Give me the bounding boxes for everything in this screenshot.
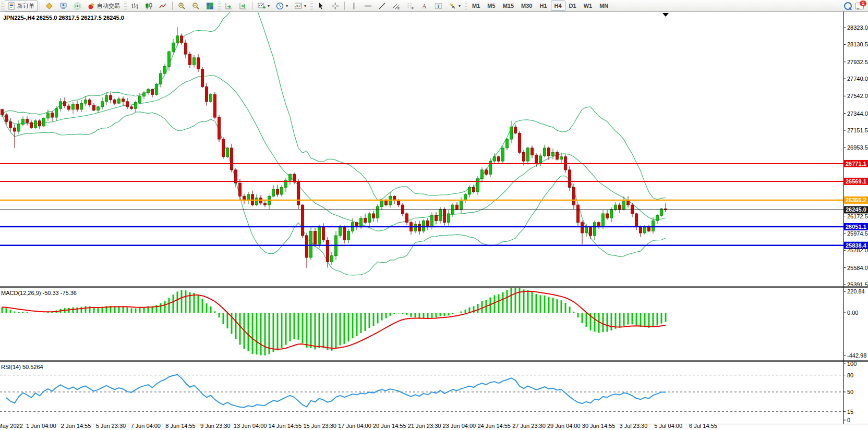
- crosshair-icon[interactable]: [328, 0, 342, 11]
- price-tick-label: 25782.0: [847, 247, 868, 253]
- fibonacci-icon: F: [406, 2, 414, 10]
- price-badge-label: 26771.1: [846, 161, 866, 167]
- notification-badge: 1: [860, 1, 866, 6]
- cursor-icon: [317, 2, 325, 10]
- tile-windows-icon: [206, 2, 214, 10]
- timeframe-w1-button[interactable]: W1: [580, 1, 596, 11]
- arrows-icon[interactable]: ▾: [445, 0, 464, 11]
- fibonacci-icon[interactable]: F: [403, 0, 417, 11]
- rsi-tick-label: 0: [847, 417, 850, 423]
- bar-chart-mode-icon: [131, 2, 139, 10]
- line-chart-mode-icon[interactable]: [156, 0, 170, 11]
- time-axis-label: 3 Jul 23:30: [619, 423, 647, 429]
- time-axis[interactable]: 31 May 20221 Jun 04:002 Jun 14:555 Jun 2…: [0, 423, 717, 429]
- timeframe-m1-button[interactable]: M1: [468, 1, 484, 11]
- time-axis-label: 6 Jul 14:55: [689, 423, 717, 429]
- price-tick-label: 26953.5: [847, 144, 868, 151]
- price-tick-label: 28130.5: [847, 41, 868, 47]
- candle-chart-mode-icon[interactable]: [142, 0, 156, 11]
- svg-text:E: E: [397, 7, 400, 10]
- auto-scroll-icon[interactable]: [222, 0, 236, 11]
- auto-trading-label: 自动交易: [97, 2, 120, 10]
- chat-icon[interactable]: 1: [855, 3, 864, 9]
- new-order-label: 新订单: [17, 2, 34, 10]
- macd-tick-label: 220.84: [847, 288, 865, 294]
- price-tick-label: 27542.0: [847, 93, 868, 99]
- timeframe-m15-button[interactable]: M15: [499, 1, 517, 11]
- indicators-icon[interactable]: ▾: [255, 0, 273, 11]
- svg-text:T: T: [437, 4, 440, 9]
- chevron-down-icon: ▾: [459, 4, 461, 8]
- periods-icon[interactable]: ▾: [273, 0, 291, 11]
- time-axis-label: 5 Jul 04:00: [654, 423, 682, 429]
- zoom-out-icon[interactable]: [189, 0, 203, 11]
- toolbar-grip: [465, 2, 467, 10]
- timeframe-h4-button[interactable]: H4: [551, 1, 565, 11]
- search-icon[interactable]: [844, 2, 852, 10]
- chevron-down-icon: ▾: [268, 4, 270, 8]
- timeframe-m5-button[interactable]: M5: [484, 1, 499, 11]
- toolbar-separator: [252, 2, 252, 10]
- vertical-line-icon[interactable]: [347, 0, 361, 11]
- price-badge-label: 26355.2: [846, 197, 866, 203]
- auto-trading-button[interactable]: 自动交易: [85, 0, 123, 11]
- toolbar: 新订单自动交易▾▾▾EFAT▾M1M5M15M30H1H4D1W1MN1: [0, 0, 868, 12]
- tile-windows-icon[interactable]: [203, 0, 217, 11]
- horizontal-line-icon[interactable]: [361, 0, 375, 11]
- cursor-icon[interactable]: [314, 0, 328, 11]
- toolbar-grip: [218, 2, 221, 10]
- toolbar-grip: [124, 2, 127, 10]
- text-label-icon: T: [435, 2, 442, 10]
- new-order-button[interactable]: 新订单: [5, 0, 38, 11]
- vertical-line-icon: [350, 2, 358, 10]
- equidistant-channel-icon[interactable]: E: [389, 0, 403, 11]
- price-badge-label: 26051.1: [846, 224, 866, 230]
- timeframe-m30-button[interactable]: M30: [517, 1, 536, 11]
- broadcast-signal-icon[interactable]: [70, 0, 85, 11]
- zoom-in-icon: [178, 2, 186, 10]
- time-axis-label: 24 Jun 14:55: [477, 423, 511, 429]
- time-axis-label: 20 Jun 14:55: [373, 423, 406, 429]
- chevron-down-icon: ▾: [286, 4, 288, 8]
- time-axis-label: 27 Jun 23:30: [512, 423, 546, 429]
- timeframe-d1-button[interactable]: D1: [565, 1, 580, 11]
- price-tick-label: 26172.5: [847, 213, 868, 219]
- price-tick-label: 25974.5: [847, 230, 868, 237]
- price-badge-label: 26245.0: [846, 206, 866, 213]
- price-tick-label: 27740.0: [847, 76, 868, 82]
- chart-window[interactable]: JPN225-,H4 26255.0 26317.5 26217.5 26245…: [0, 11, 868, 430]
- mql-wizard-icon[interactable]: [42, 0, 56, 11]
- virtual-hosting-icon: [59, 2, 67, 10]
- time-axis-label: 1 Jun 04:00: [26, 423, 56, 429]
- periods-icon: [276, 2, 284, 10]
- time-axis-label: 8 Jun 14:55: [165, 423, 196, 429]
- zoom-in-icon[interactable]: [175, 0, 189, 11]
- text-label-icon[interactable]: T: [431, 0, 445, 11]
- trendline-icon[interactable]: [375, 0, 389, 11]
- price-tick-label: 28323.0: [847, 24, 868, 31]
- timeframe-h1-button[interactable]: H1: [536, 1, 550, 11]
- virtual-hosting-icon[interactable]: [56, 0, 70, 11]
- chart-canvas[interactable]: 26771.126569.126355.226245.026051.125838…: [0, 11, 868, 430]
- price-tick-label: 27151.5: [847, 127, 868, 133]
- text-icon[interactable]: A: [417, 0, 431, 11]
- new-order-icon: [8, 2, 16, 10]
- zoom-out-icon: [192, 2, 200, 10]
- time-axis-label: 14 Jun 14:55: [269, 423, 302, 429]
- time-axis-label: 13 Jun 04:00: [234, 423, 267, 429]
- time-axis-label: 31 May 2022: [0, 423, 23, 429]
- auto-scroll-icon: [225, 2, 233, 10]
- toolbar-separator: [172, 2, 173, 10]
- svg-text:F: F: [412, 7, 414, 10]
- timeframe-mn-button[interactable]: MN: [596, 1, 612, 11]
- time-axis-label: 17 Jun 04:00: [338, 423, 371, 429]
- time-axis-label: 29 Jun 04:00: [547, 423, 581, 429]
- bar-chart-mode-icon[interactable]: [128, 0, 142, 11]
- chart-shift-icon[interactable]: [236, 0, 250, 11]
- crosshair-icon: [331, 2, 339, 10]
- time-axis-label: 9 Jun 23:30: [200, 423, 231, 429]
- time-axis-label: 5 Jun 23:30: [96, 423, 126, 429]
- templates-icon[interactable]: ▾: [291, 0, 309, 11]
- trendline-icon: [378, 2, 386, 10]
- auto-trading-icon: [88, 2, 95, 10]
